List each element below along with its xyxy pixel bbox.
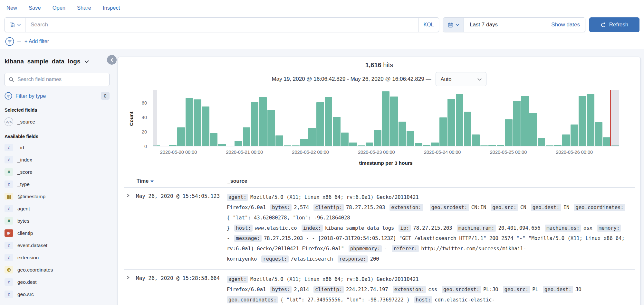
field-value: 78.27.215.203 xyxy=(413,225,452,231)
nav-link-save[interactable]: Save xyxy=(29,5,41,11)
saved-query-button[interactable] xyxy=(5,18,25,32)
histogram-bar xyxy=(399,122,406,146)
field-item-_id[interactable]: t_id xyxy=(5,144,110,151)
kql-button[interactable]: KQL xyxy=(418,18,439,32)
histogram-bar xyxy=(423,145,430,146)
histogram-bar xyxy=(259,97,266,146)
field-item-clientip[interactable]: IPclientip xyxy=(5,229,110,237)
field-type-geo-icon: ⊕ xyxy=(5,266,13,273)
histogram-bar xyxy=(407,131,414,146)
index-pattern-title: kibana_sample_data_logs xyxy=(5,58,81,65)
field-name: agent xyxy=(17,206,30,212)
field-type-t-icon: t xyxy=(5,144,13,151)
x-axis-title: timestamp per 3 hours xyxy=(153,160,619,166)
histogram-bar xyxy=(284,145,291,146)
refresh-button[interactable]: Refresh xyxy=(589,17,639,32)
histogram-bar xyxy=(366,143,373,146)
search-input[interactable] xyxy=(25,18,418,32)
calendar-button[interactable] xyxy=(443,18,464,32)
field-value: css xyxy=(428,287,437,292)
field-value: osx xyxy=(583,225,592,231)
nav-link-inspect[interactable]: Inspect xyxy=(103,5,120,11)
field-pill: clientip: xyxy=(313,286,344,293)
field-item-_source[interactable]: </>_source xyxy=(5,117,110,126)
histogram-bar xyxy=(251,102,258,146)
field-type-t-icon: t xyxy=(5,180,13,188)
partial-bucket-band-left xyxy=(153,90,157,146)
field-pill: memory: xyxy=(597,225,621,232)
current-time-marker xyxy=(610,90,611,146)
field-pill: geo.src: xyxy=(503,286,530,293)
field-item-geo.dest[interactable]: tgeo.dest xyxy=(5,278,110,286)
row-source: agent:Mozilla/5.0 (X11; Linux x86_64; rv… xyxy=(227,192,629,264)
show-dates-link[interactable]: Show dates xyxy=(551,22,585,28)
field-value: JO xyxy=(575,287,582,292)
field-pill: machine.ram: xyxy=(457,225,496,232)
date-range-value[interactable]: Last 7 days xyxy=(464,22,551,28)
field-search-input[interactable] xyxy=(17,77,105,82)
add-filter-button[interactable]: + Add filter xyxy=(24,39,49,44)
filter-by-type[interactable]: Filter by type 0 xyxy=(5,92,110,100)
collapse-sidebar-button[interactable] xyxy=(107,55,117,65)
histogram-bar xyxy=(382,91,389,146)
field-sidebar: kibana_sample_data_logs Filter by type 0… xyxy=(0,49,115,305)
x-tick-label: 2020-05-20 00:00 xyxy=(160,150,197,155)
nav-link-new[interactable]: New xyxy=(6,5,17,11)
field-pill: clientip: xyxy=(313,204,344,211)
field-pill: bytes: xyxy=(270,286,292,293)
histogram-bar xyxy=(505,119,512,146)
histogram-bar xyxy=(374,130,381,146)
histogram-bar xyxy=(202,106,209,146)
histogram-bar xyxy=(267,110,275,146)
histogram-bar xyxy=(390,97,398,146)
filter-bar: + Add filter xyxy=(0,34,644,49)
histogram-plot[interactable] xyxy=(153,90,619,146)
histogram-bar xyxy=(292,145,299,146)
search-box: KQL xyxy=(5,17,439,32)
field-item-_type[interactable]: t_type xyxy=(5,180,110,188)
field-pill: extension: xyxy=(389,204,423,211)
field-item-agent[interactable]: tagent xyxy=(5,205,110,212)
field-item-event.dataset[interactable]: tevent.dataset xyxy=(5,242,110,249)
x-axis-labels: 2020-05-20 00:002020-05-21 00:002020-05-… xyxy=(153,150,619,157)
field-name: _source xyxy=(17,119,35,125)
sort-desc-icon xyxy=(150,180,154,182)
field-pill: geo.srcdest: xyxy=(430,204,469,211)
field-name: _score xyxy=(17,169,33,175)
interval-select[interactable]: Auto xyxy=(436,72,486,86)
available-fields-label: Available fields xyxy=(5,134,110,139)
expand-row-icon[interactable] xyxy=(126,274,136,305)
histogram-bar xyxy=(595,122,602,146)
filter-icon[interactable] xyxy=(5,37,14,46)
content-area: kibana_sample_data_logs Filter by type 0… xyxy=(0,49,644,305)
save-query-icon xyxy=(9,22,15,28)
field-item-geo.coordinates[interactable]: ⊕geo.coordinates xyxy=(5,266,110,273)
expand-row-icon[interactable] xyxy=(126,192,136,264)
time-column-header[interactable]: Time xyxy=(137,178,227,184)
histogram-bar xyxy=(325,97,332,146)
field-item-bytes[interactable]: #bytes xyxy=(5,217,110,225)
nav-link-share[interactable]: Share xyxy=(77,5,91,11)
field-item-geo.src[interactable]: tgeo.src xyxy=(5,291,110,298)
field-pill: geo.dest: xyxy=(543,286,573,293)
selected-fields-label: Selected fields xyxy=(5,107,110,113)
field-type-t-icon: t xyxy=(5,278,13,286)
field-search-box xyxy=(5,73,110,86)
filter-by-type-label: Filter by type xyxy=(15,93,46,99)
index-pattern-switcher[interactable]: kibana_sample_data_logs xyxy=(5,58,110,65)
field-item-@timestamp[interactable]: ▦@timestamp xyxy=(5,193,110,200)
histogram-bar xyxy=(194,99,201,146)
histogram-bars xyxy=(153,90,619,146)
table-row: May 26, 2020 @ 15:28:58.664agent:Mozilla… xyxy=(124,270,635,305)
histogram-bar xyxy=(587,94,594,146)
nav-link-open[interactable]: Open xyxy=(53,5,65,11)
histogram-chart: Count 0204060 2020-05-20 00:002020-05-21… xyxy=(124,88,635,169)
field-item-extension[interactable]: textension xyxy=(5,254,110,261)
histogram-bar xyxy=(603,137,610,146)
field-pill: bytes: xyxy=(270,204,292,211)
histogram-bar xyxy=(415,143,422,146)
field-item-_index[interactable]: t_index xyxy=(5,156,110,163)
histogram-bar xyxy=(333,117,340,146)
field-value: - xyxy=(227,236,230,241)
field-item-_score[interactable]: #_score xyxy=(5,168,110,176)
